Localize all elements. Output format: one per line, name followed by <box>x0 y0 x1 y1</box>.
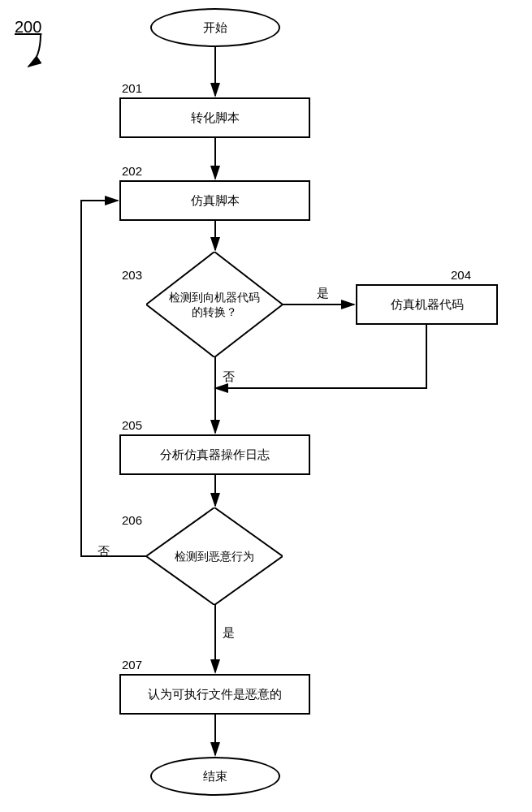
step-206-text: 检测到恶意行为 <box>162 544 267 568</box>
flowchart-canvas: 200 开始 201 转化脚本 202 仿真脚本 203 检测到向机器代码的转换… <box>0 0 532 812</box>
flow-edges <box>0 0 532 812</box>
step-203-text: 检测到向机器代码的转换？ <box>162 285 267 324</box>
